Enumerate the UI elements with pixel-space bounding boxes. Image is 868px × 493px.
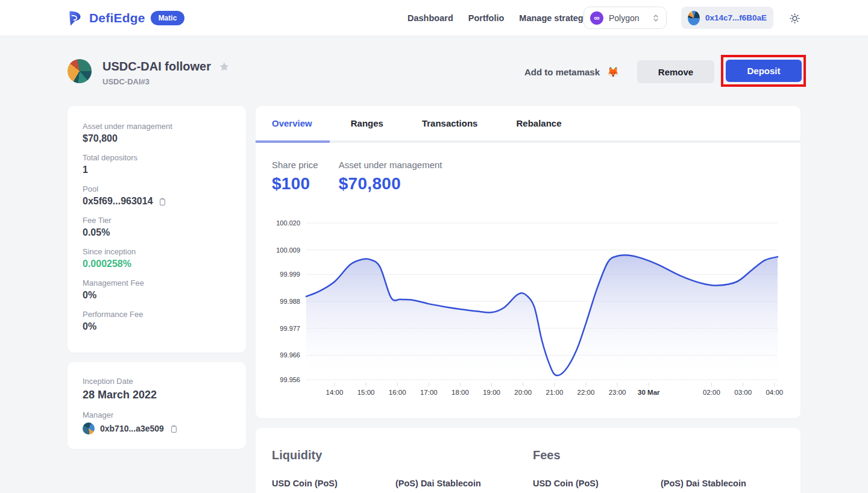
add-to-metamask-label: Add to metamask <box>524 67 600 77</box>
manager-label: Manager <box>83 410 231 419</box>
svg-text:04:00: 04:00 <box>766 389 783 396</box>
svg-text:99.956: 99.956 <box>280 376 300 383</box>
svg-text:17:00: 17:00 <box>420 389 438 396</box>
remove-button[interactable]: Remove <box>637 60 714 83</box>
nav-link-manage-strategy[interactable]: Manage strategy <box>519 13 588 23</box>
svg-text:100.009: 100.009 <box>276 246 300 254</box>
add-to-metamask[interactable]: Add to metamask 🦊 <box>524 66 619 78</box>
svg-text:16:00: 16:00 <box>389 389 406 396</box>
fees-title: Fees <box>533 448 561 462</box>
manager-row: 0xb710...a3e509 <box>83 422 231 435</box>
network-selector[interactable]: ∞ Polygon <box>583 7 667 29</box>
svg-text:99.977: 99.977 <box>280 325 300 332</box>
brand[interactable]: DefiEdge Matic <box>68 0 184 36</box>
share-price-label: Share price <box>272 160 318 170</box>
svg-text:22:00: 22:00 <box>577 389 595 396</box>
svg-text:99.966: 99.966 <box>280 351 300 359</box>
share-price-chart-svg: 100.020100.00999.99999.98899.97799.96699… <box>265 216 796 403</box>
navbar: DefiEdge Matic Dashboard Portfolio Manag… <box>0 0 868 36</box>
liquidity-title: Liquidity <box>272 448 322 462</box>
copy-icon[interactable] <box>169 424 178 433</box>
stat-aum: Asset under management $70,800 <box>83 122 231 144</box>
stat-management-fee: Management Fee 0% <box>83 278 231 301</box>
svg-text:21:00: 21:00 <box>546 389 564 396</box>
nav-link-dashboard[interactable]: Dashboard <box>407 13 453 23</box>
svg-text:19:00: 19:00 <box>483 389 500 396</box>
manager-avatar <box>83 422 95 435</box>
share-price-chart: 100.020100.00999.99999.98899.97799.96699… <box>265 216 796 403</box>
network-badge: Matic <box>151 11 185 25</box>
share-price-block: Share price $100 <box>272 160 318 193</box>
nav-links: Dashboard Portfolio Manage strategy <box>407 0 588 36</box>
copy-icon[interactable] <box>158 197 167 206</box>
stat-fee-tier: Fee Tier 0.05% <box>83 216 231 238</box>
nav-link-portfolio[interactable]: Portfolio <box>468 13 505 23</box>
svg-text:18:00: 18:00 <box>451 389 469 396</box>
tab-rebalance[interactable]: Rebalance <box>497 106 580 140</box>
theme-toggle-button[interactable] <box>786 10 803 27</box>
tabs: Overview Ranges Transactions Rebalance <box>256 106 800 140</box>
aum-label: Asset under management <box>339 160 442 170</box>
wallet-avatar <box>688 11 700 25</box>
page-subtitle: USDC-DAI#3 <box>102 77 149 86</box>
tab-overview[interactable]: Overview <box>256 106 332 140</box>
liquidity-asset-usdc: USD Coin (PoS) <box>272 479 338 488</box>
defiedge-logo-icon <box>68 10 84 27</box>
page-title: USDC-DAI follower <box>102 60 211 74</box>
fees-asset-usdc: USD Coin (PoS) <box>533 479 599 488</box>
tab-ranges[interactable]: Ranges <box>332 106 403 140</box>
svg-text:99.988: 99.988 <box>280 298 300 305</box>
favorite-star-icon[interactable] <box>219 61 230 72</box>
svg-text:02:00: 02:00 <box>703 389 720 396</box>
strategy-avatar <box>68 59 92 83</box>
svg-text:20:00: 20:00 <box>514 389 532 396</box>
overview-card: Overview Ranges Transactions Rebalance S… <box>256 106 800 418</box>
stat-total-depositors: Total depositors 1 <box>83 153 231 175</box>
brand-name: DefiEdge <box>89 11 145 25</box>
svg-text:15:00: 15:00 <box>357 389 375 396</box>
chevron-updown-icon <box>652 13 660 23</box>
inception-date-label: Inception Date <box>83 377 231 386</box>
svg-text:100.020: 100.020 <box>276 219 300 227</box>
polygon-icon: ∞ <box>590 11 603 25</box>
svg-text:14:00: 14:00 <box>326 389 344 396</box>
liquidity-asset-dai: (PoS) Dai Stablecoin <box>395 479 481 488</box>
tabs-underline-track <box>256 140 800 143</box>
manager-address: 0xb710...a3e509 <box>100 424 164 433</box>
metamask-fox-icon: 🦊 <box>607 66 619 78</box>
aum-block: Asset under management $70,800 <box>339 160 442 193</box>
stat-performance-fee: Performance Fee 0% <box>83 310 231 332</box>
deposit-button[interactable]: Deposit <box>726 60 802 82</box>
wallet-button[interactable]: 0x14c7...f6B0aE <box>681 7 773 29</box>
defiedge-app: DefiEdge Matic Dashboard Portfolio Manag… <box>0 0 868 493</box>
sun-icon <box>789 13 800 24</box>
stat-since-inception: Since inception 0.000258% <box>83 247 231 269</box>
tab-transactions[interactable]: Transactions <box>403 106 497 140</box>
share-price-value: $100 <box>272 174 318 193</box>
stat-pool: Pool 0x5f69...963014 <box>83 184 231 207</box>
svg-text:03:00: 03:00 <box>734 389 752 396</box>
svg-text:30 Mar: 30 Mar <box>638 389 660 396</box>
strategy-stats-card: Asset under management $70,800 Total dep… <box>68 106 246 353</box>
strategy-info-card: Inception Date 28 March 2022 Manager 0xb… <box>68 362 246 449</box>
svg-text:23:00: 23:00 <box>609 389 626 396</box>
page-title-row: USDC-DAI follower <box>102 60 230 74</box>
fees-asset-dai: (PoS) Dai Stablecoin <box>661 479 746 488</box>
wallet-address: 0x14c7...f6B0aE <box>705 13 767 22</box>
svg-text:99.999: 99.999 <box>280 271 300 278</box>
liquidity-fees-card: Liquidity Fees USD Coin (PoS) (PoS) Dai … <box>256 428 800 493</box>
inception-date-value: 28 March 2022 <box>83 389 231 401</box>
pool-address: 0x5f69...963014 <box>83 196 153 207</box>
aum-value: $70,800 <box>339 174 442 193</box>
network-selected: Polygon <box>609 13 646 23</box>
active-tab-indicator <box>256 140 330 143</box>
overview-stats: Share price $100 Asset under management … <box>256 143 800 193</box>
